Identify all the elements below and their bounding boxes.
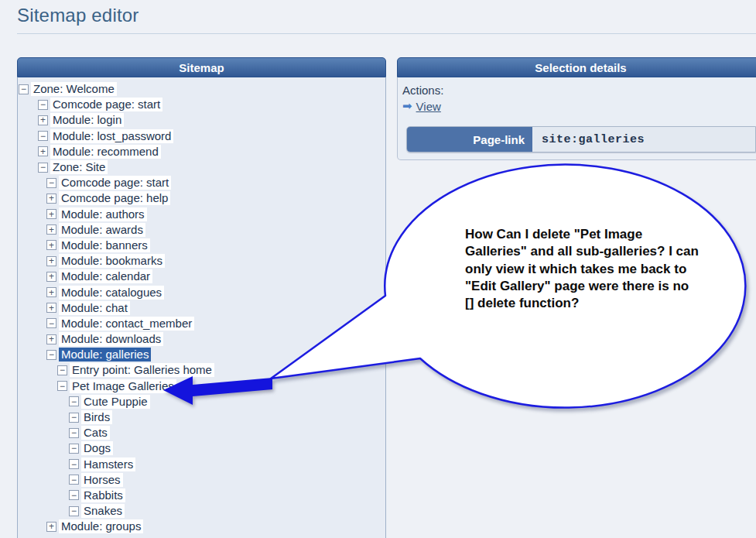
annotation-arrow-icon bbox=[0, 0, 756, 538]
